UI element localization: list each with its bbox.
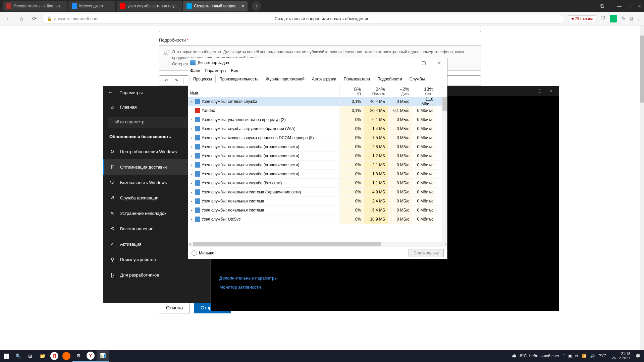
tm-menu-2[interactable]: Вид — [231, 68, 238, 73]
url-input[interactable]: 🔒 answers.microsoft.com Создать новый во… — [42, 14, 565, 24]
tm-end-task-button[interactable]: Снять задачу — [409, 249, 444, 257]
expand-icon[interactable]: ▸ — [190, 199, 194, 203]
tm-row-3[interactable]: ▸Узел службы: служба загрузки изображени… — [188, 124, 447, 133]
tm-menu-0[interactable]: Файл — [190, 68, 200, 73]
browser-tab-1[interactable]: Мессенджер — [68, 1, 115, 11]
weather-widget[interactable]: ☁️ -8°C Небольшой снег — [512, 354, 559, 358]
search-button[interactable]: 🔍 — [12, 350, 24, 362]
tm-tab-2[interactable]: Журнал приложений — [262, 75, 308, 83]
tm-col-name[interactable]: Имя — [188, 83, 340, 97]
page-scrollbar[interactable] — [640, 25, 644, 350]
expand-icon[interactable]: ▸ — [190, 190, 194, 194]
tm-tab-5[interactable]: Подробности — [374, 75, 406, 83]
clock[interactable]: 21:18 26.12.2021 — [610, 352, 632, 360]
extension-icon-2[interactable]: ✎ — [621, 15, 626, 22]
tm-close-button[interactable]: ✕ — [433, 60, 445, 65]
extension-icon-3[interactable]: ⧉ — [630, 16, 633, 22]
expand-icon[interactable]: ▸ — [190, 145, 194, 148]
downloads-icon[interactable]: ↓ — [637, 16, 640, 22]
tm-row-10[interactable]: ▸Узел службы: локальная система (огранич… — [188, 188, 447, 197]
task-view-button[interactable]: ⊞ — [24, 350, 36, 362]
yandex-browser-icon[interactable]: Y — [85, 350, 97, 362]
tm-tab-1[interactable]: Производительность — [216, 75, 262, 83]
expand-icon[interactable]: ▸ — [190, 172, 194, 176]
action-center-icon[interactable]: 💬 — [636, 354, 641, 358]
activity-monitor-link[interactable]: Монитор активности — [211, 283, 559, 292]
tm-tab-3[interactable]: Автозагрузка — [308, 75, 340, 83]
expand-icon[interactable]: ▸ — [190, 163, 194, 167]
new-tab-button[interactable]: + — [252, 1, 261, 11]
tm-hscroll-thumb[interactable] — [193, 242, 381, 246]
tm-tab-4[interactable]: Пользователи — [340, 75, 374, 83]
tm-row-4[interactable]: ▸Узел службы: модуль запуска процессов D… — [188, 133, 447, 142]
tm-col-Память[interactable]: 24%Память — [364, 83, 388, 97]
bw-maximize[interactable]: ▢ — [538, 88, 541, 93]
tm-fewer-details-button[interactable]: ˄ Меньше — [192, 250, 214, 256]
question-title-input[interactable] — [159, 25, 481, 32]
panel-icon[interactable]: ⧉ — [600, 3, 604, 9]
additional-params-link[interactable]: Дополнительные параметры — [211, 274, 559, 283]
close-button[interactable]: ✕ — [638, 4, 641, 9]
settings-taskbar-icon[interactable]: ⚙ — [72, 350, 85, 362]
tm-tab-0[interactable]: Процессы — [190, 75, 216, 83]
reload-button[interactable]: ⟳ — [30, 14, 39, 23]
tm-vscrollbar[interactable] — [442, 97, 447, 242]
browser-tab-3[interactable]: Создать новый вопрос …× — [183, 1, 248, 11]
back-button[interactable]: ← — [4, 14, 13, 23]
redo-button[interactable]: ↷ — [172, 77, 180, 85]
tm-row-9[interactable]: ▸Узел службы: локальная служба (без сети… — [188, 179, 447, 188]
tray-bluetooth-icon[interactable]: ⧉ — [575, 354, 578, 358]
menu-icon[interactable]: ≡ — [608, 3, 611, 9]
tm-row-12[interactable]: ▸Узел службы: локальная система0%6,4 МБ0… — [188, 206, 447, 215]
tm-minimize-button[interactable]: — — [402, 60, 414, 65]
browser-tab-2[interactable]: узел службы сетевая слу… — [117, 1, 182, 11]
tray-network-icon[interactable]: 📶 — [582, 354, 587, 358]
undo-button[interactable]: ↶ — [162, 77, 170, 85]
tm-row-5[interactable]: ▸Узел службы: локальная служба (ограниче… — [188, 142, 447, 152]
tray-onedrive-icon[interactable]: ▣ — [568, 354, 572, 358]
expand-icon[interactable]: ▸ — [190, 100, 194, 103]
tm-col-Сеть[interactable]: 13%Сеть — [412, 83, 436, 97]
browser-tab-0[interactable]: Успеваемость - «Школьн… — [3, 1, 67, 11]
home-button[interactable]: ⌂ — [17, 14, 26, 23]
bw-minimize[interactable]: — — [526, 88, 530, 93]
tray-lang[interactable]: РУС — [598, 354, 606, 358]
tm-row-7[interactable]: ▸Узел службы: локальная служба (ограниче… — [188, 161, 447, 170]
bw-close[interactable]: ✕ — [549, 88, 553, 93]
tm-row-1[interactable]: Yandex0,1%20,4 МБ0,1 МБ/с0 Мбит/с — [188, 106, 447, 115]
expand-icon[interactable]: ▸ — [190, 181, 194, 185]
tm-row-0[interactable]: ▸Узел службы: сетевая служба0,1%40,4 МБ0… — [188, 97, 447, 106]
tm-row-8[interactable]: ▸Узел службы: локальная служба (ограниче… — [188, 170, 447, 179]
scrollbar-thumb[interactable] — [640, 36, 644, 103]
tm-row-2[interactable]: ▸Узел службы: удаленный вызов процедур (… — [188, 115, 447, 124]
expand-icon[interactable]: ▸ — [190, 154, 194, 158]
tm-vscroll-thumb[interactable] — [442, 97, 447, 111]
reviews-badge[interactable]: ★23 отзыва — [568, 15, 596, 22]
minimize-button[interactable]: — — [617, 4, 622, 9]
tm-row-6[interactable]: ▸Узел службы: локальная служба (ограниче… — [188, 152, 447, 161]
tm-menu-1[interactable]: Параметры — [205, 68, 226, 73]
yandex-icon[interactable]: Я — [48, 350, 60, 362]
app-icon-orange[interactable] — [60, 350, 72, 362]
tm-maximize-button[interactable]: ▢ — [418, 60, 430, 65]
expand-icon[interactable]: ▸ — [190, 218, 194, 221]
tm-row-13[interactable]: ▸Узел службы: UtcSvc0%18,9 МБ0 МБ/с0 Мби… — [188, 215, 447, 224]
expand-icon[interactable]: ▸ — [190, 118, 194, 121]
tm-col-Диск[interactable]: ▾2%Диск — [388, 83, 412, 97]
bookmark-icon[interactable]: ⛉ — [600, 16, 606, 22]
settings-item-8[interactable]: {}Для разработчиков — [103, 267, 211, 283]
taskmanager-taskbar-icon[interactable]: 📊 — [97, 350, 109, 362]
close-tab-icon[interactable]: × — [241, 3, 244, 9]
tm-tab-6[interactable]: Службы — [406, 75, 428, 83]
settings-back-button[interactable]: ← — [108, 89, 113, 96]
explorer-icon[interactable]: 📁 — [36, 350, 48, 362]
tm-titlebar[interactable]: Диспетчер задач — ▢ ✕ — [188, 58, 447, 67]
tm-hscrollbar[interactable] — [188, 242, 447, 247]
expand-icon[interactable]: ▸ — [190, 136, 194, 139]
maximize-button[interactable]: ▢ — [628, 4, 632, 9]
extension-icon-1[interactable] — [610, 15, 617, 22]
tray-volume-icon[interactable]: 🔊 — [590, 354, 595, 358]
tm-row-11[interactable]: ▸Узел службы: локальная система0%2,4 МБ0… — [188, 197, 447, 206]
expand-icon[interactable]: ▸ — [190, 208, 194, 212]
tm-col-ЦП[interactable]: 8%ЦП — [340, 83, 364, 97]
